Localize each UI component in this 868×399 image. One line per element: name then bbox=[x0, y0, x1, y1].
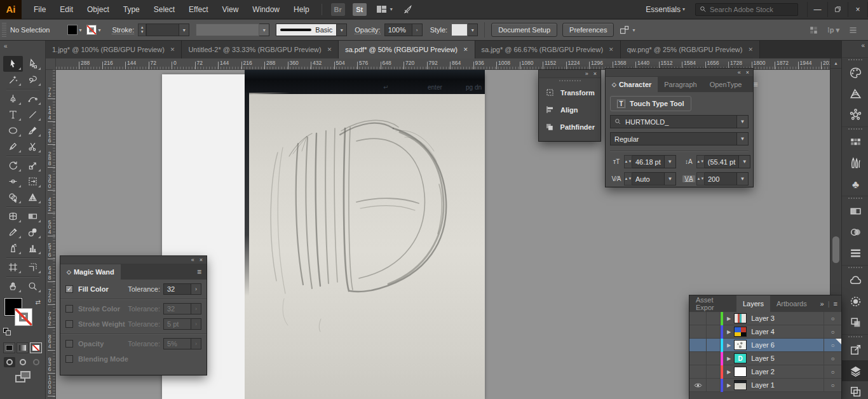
layer-thumbnail[interactable]: D bbox=[734, 353, 747, 363]
stroke-width-value[interactable] bbox=[146, 24, 179, 36]
tracking-dropdown[interactable]: ▼ bbox=[737, 172, 749, 186]
arrange-icon[interactable] bbox=[809, 25, 818, 35]
none-mode-button[interactable] bbox=[30, 342, 42, 353]
gradient-tool[interactable] bbox=[23, 208, 43, 224]
layer-row[interactable]: ▶Layer 3○ bbox=[689, 312, 841, 325]
close-icon[interactable]: × bbox=[746, 69, 749, 76]
menu-help[interactable]: Help bbox=[287, 0, 316, 19]
panel-item-pathfinder[interactable]: Pathfinder bbox=[539, 118, 600, 135]
stock-button[interactable]: St bbox=[353, 3, 367, 16]
document-setup-button[interactable]: Document Setup bbox=[491, 23, 557, 37]
tab-layers[interactable]: Layers bbox=[736, 295, 770, 312]
panel-menu-icon[interactable]: ≡ bbox=[834, 300, 837, 308]
layer-target[interactable]: ○ bbox=[824, 312, 841, 325]
expand-layer-icon[interactable]: ▶ bbox=[727, 356, 731, 362]
leading-control[interactable]: ↕A ▲▼ (55.41 pt ▼ bbox=[682, 155, 750, 168]
brush-dropdown[interactable]: ▾ bbox=[337, 24, 347, 36]
paintbrush-tool[interactable] bbox=[23, 123, 43, 139]
width-tool[interactable] bbox=[3, 173, 23, 189]
layer-target[interactable]: ○ bbox=[824, 339, 841, 352]
stroke-width-dropdown[interactable]: ▾ bbox=[179, 24, 189, 36]
shape-builder-tool[interactable] bbox=[3, 189, 23, 205]
collapse-toolbar-icon[interactable]: « bbox=[0, 41, 45, 56]
layer-row[interactable]: ▶DLayer 5○ bbox=[689, 352, 841, 365]
swap-fill-stroke-icon[interactable]: ⇄ bbox=[36, 299, 41, 306]
tab-magic-wand[interactable]: ◇ Magic Wand bbox=[60, 264, 121, 280]
layer-row[interactable]: ▶Layer 1○ bbox=[689, 379, 841, 392]
kerning-stepper[interactable]: ▲▼ bbox=[624, 172, 632, 186]
artboard-tool[interactable] bbox=[3, 259, 23, 275]
expand-panel-icon[interactable]: » bbox=[585, 71, 588, 77]
scale-tool[interactable] bbox=[23, 158, 43, 173]
kerning-control[interactable]: V⁄A ▲▼ Auto ▼ bbox=[610, 172, 676, 186]
visibility-toggle[interactable] bbox=[689, 312, 707, 325]
slice-tool[interactable] bbox=[23, 259, 43, 275]
draw-behind-button[interactable] bbox=[17, 357, 29, 367]
magic-wand-tool[interactable] bbox=[3, 72, 23, 88]
visibility-toggle[interactable] bbox=[689, 352, 707, 365]
kerning-dropdown[interactable]: ▼ bbox=[665, 172, 676, 186]
lock-toggle[interactable] bbox=[707, 339, 721, 352]
stroke-swatch[interactable] bbox=[15, 308, 32, 326]
tab-close-icon[interactable]: ✕ bbox=[327, 46, 332, 53]
cc-libraries-panel-icon[interactable] bbox=[842, 270, 868, 291]
bridge-button[interactable]: Br bbox=[331, 3, 345, 16]
leading-value[interactable]: (55.41 pt bbox=[705, 155, 739, 168]
collapse-panel-icon[interactable]: « bbox=[738, 69, 741, 76]
menu-file[interactable]: File bbox=[27, 0, 53, 19]
screen-mode-button[interactable] bbox=[3, 375, 43, 382]
collapse-panel-icon[interactable]: « bbox=[191, 257, 194, 263]
arrange-documents-icon[interactable] bbox=[377, 6, 386, 13]
font-size-value[interactable]: 46.18 pt bbox=[632, 155, 665, 168]
style-dropdown[interactable]: ▾ bbox=[468, 24, 478, 36]
font-family-field[interactable]: HURTMOLD_ bbox=[610, 115, 737, 128]
brush-definition[interactable]: Basic bbox=[276, 24, 337, 36]
dock-grip[interactable] bbox=[848, 128, 862, 130]
layer-name[interactable]: Layer 2 bbox=[751, 368, 775, 375]
expand-dock-icon[interactable]: « bbox=[842, 41, 868, 57]
expand-panel-icon[interactable]: » bbox=[820, 300, 824, 308]
checkbox[interactable] bbox=[65, 320, 73, 328]
workspace-switcher[interactable]: Essentials ▾ bbox=[646, 5, 685, 14]
layer-name[interactable]: Layer 3 bbox=[751, 314, 775, 322]
font-size-control[interactable]: ᴛT ▲▼ 46.18 pt ▼ bbox=[610, 155, 676, 168]
chevron-down-icon[interactable]: ▾ bbox=[79, 27, 81, 33]
style-swatch[interactable] bbox=[451, 24, 468, 36]
ellipse-tool[interactable] bbox=[3, 123, 23, 139]
expand-layer-icon[interactable]: ▶ bbox=[727, 342, 731, 348]
default-fill-stroke-icon[interactable] bbox=[3, 328, 11, 335]
column-graph-tool[interactable] bbox=[23, 240, 43, 256]
tracking-value[interactable]: 200 bbox=[705, 172, 737, 186]
hand-tool[interactable] bbox=[3, 278, 23, 294]
expand-layer-icon[interactable]: ▶ bbox=[727, 316, 731, 321]
pen-tool[interactable] bbox=[3, 91, 23, 107]
font-family-dropdown[interactable]: ▼ bbox=[737, 115, 749, 128]
lasso-tool[interactable] bbox=[23, 72, 43, 88]
menu-select[interactable]: Select bbox=[147, 0, 182, 19]
tab-close-icon[interactable]: ✕ bbox=[609, 46, 614, 53]
menu-edit[interactable]: Edit bbox=[53, 0, 80, 19]
layer-name[interactable]: Layer 5 bbox=[751, 355, 775, 362]
chevron-down-icon[interactable]: ▾ bbox=[390, 6, 393, 12]
gradient-mode-button[interactable] bbox=[17, 342, 29, 353]
layer-name[interactable]: Layer 4 bbox=[751, 328, 775, 335]
panel-menu-icon[interactable]: ≡ bbox=[192, 264, 207, 280]
panel-grip[interactable] bbox=[2, 23, 6, 37]
close-button[interactable]: × bbox=[848, 2, 868, 17]
document-tab[interactable]: sa.pdf* @ 50% (RGB/GPU Preview)✕ bbox=[339, 41, 475, 58]
align-to-selection-icon[interactable] bbox=[619, 25, 630, 35]
tab-artboards[interactable]: Artboards bbox=[770, 295, 813, 312]
menu-type[interactable]: Type bbox=[116, 0, 147, 19]
expand-layer-icon[interactable]: ▶ bbox=[727, 382, 731, 388]
layer-thumbnail[interactable] bbox=[734, 340, 747, 350]
lock-toggle[interactable] bbox=[707, 379, 721, 392]
selection-tool[interactable] bbox=[3, 56, 23, 72]
zoom-tool[interactable] bbox=[23, 278, 43, 294]
visibility-toggle[interactable] bbox=[689, 339, 707, 352]
layer-name[interactable]: Layer 6 bbox=[751, 341, 775, 349]
chevron-down-icon[interactable]: ▾ bbox=[98, 27, 100, 33]
tolerance-expand-icon[interactable]: › bbox=[191, 283, 201, 295]
panel-grip[interactable] bbox=[559, 80, 581, 81]
curvature-tool[interactable] bbox=[23, 91, 43, 107]
layer-target[interactable]: ○ bbox=[824, 325, 841, 339]
